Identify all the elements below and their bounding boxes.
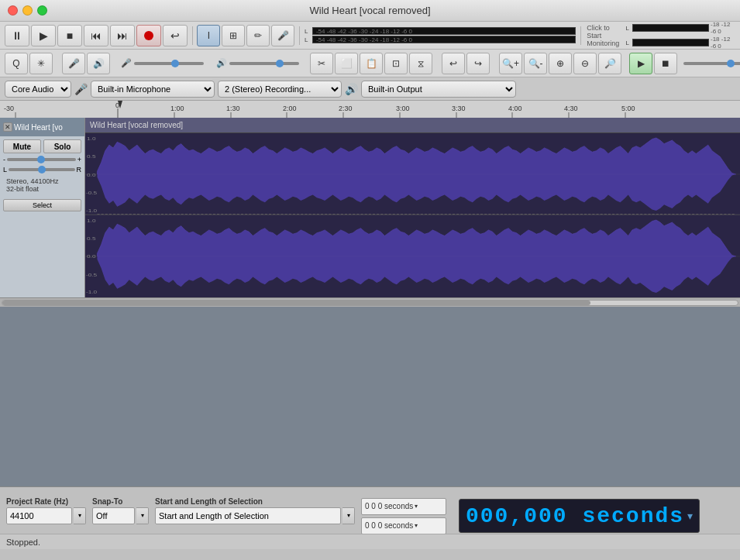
vu-output-l[interactable] bbox=[632, 24, 709, 32]
window-controls bbox=[8, 5, 47, 15]
select-button[interactable]: Select bbox=[3, 199, 81, 211]
loop-button[interactable]: ↩ bbox=[163, 25, 188, 46]
gain-minus-label: - bbox=[3, 156, 5, 163]
mute-button[interactable]: Mute bbox=[3, 139, 41, 153]
gain-slider[interactable] bbox=[7, 158, 76, 161]
vu-section: L -54 -48 -42 -36 -30 -24 -18 -12 -6 0 L… bbox=[303, 27, 577, 43]
pan-r-label: R bbox=[77, 166, 82, 173]
track-info-line2: 32-bit float bbox=[6, 185, 78, 193]
svg-text:0.5: 0.5 bbox=[87, 153, 95, 160]
project-rate-dropdown[interactable]: ▾ bbox=[74, 507, 86, 524]
playback2-button[interactable]: ⏹ bbox=[654, 53, 677, 74]
solo-button[interactable]: Solo bbox=[43, 139, 81, 153]
close-button[interactable] bbox=[8, 5, 18, 15]
svg-text:0.0: 0.0 bbox=[87, 253, 95, 259]
project-rate-field: Project Rate (Hz) 44100 ▾ bbox=[6, 497, 86, 524]
output-vol-slider[interactable] bbox=[229, 62, 299, 65]
svg-text:5:00: 5:00 bbox=[621, 105, 635, 112]
waveform-container: Wild Heart [vocal removed] bbox=[85, 118, 740, 297]
device-row: Core Audio 🎤 Built-in Microphone 2 (Ster… bbox=[0, 77, 740, 101]
vu-meter-input-l[interactable]: -54 -48 -42 -36 -30 -24 -18 -12 -6 0 bbox=[312, 27, 576, 35]
copy-button[interactable]: ⬜ bbox=[335, 53, 358, 74]
zoom-out-button[interactable]: ✳ bbox=[29, 53, 53, 74]
svg-text:2:00: 2:00 bbox=[283, 105, 297, 112]
paste-button[interactable]: 📋 bbox=[360, 53, 383, 74]
svg-text:3:30: 3:30 bbox=[452, 105, 466, 112]
pause-button[interactable]: ⏸ bbox=[5, 25, 29, 46]
mic-icon2: 🎤 bbox=[121, 58, 132, 68]
audio-host-select[interactable]: Core Audio bbox=[5, 81, 71, 98]
skip-back-button[interactable]: ⏮ bbox=[84, 25, 108, 46]
skip-fwd-button[interactable]: ⏭ bbox=[110, 25, 135, 46]
pan-slider[interactable] bbox=[9, 168, 74, 171]
svg-text:1:00: 1:00 bbox=[170, 105, 184, 112]
mic-tool-button[interactable]: 🎤 bbox=[271, 25, 294, 46]
selection-start-input[interactable]: 0 0 0 seconds ▾ bbox=[361, 498, 446, 515]
track-close-button[interactable]: ✕ bbox=[3, 122, 12, 132]
zoom-in2-button[interactable]: 🔍+ bbox=[499, 53, 522, 74]
channels-select[interactable]: 2 (Stereo) Recording... bbox=[218, 81, 342, 98]
draw-tool-button[interactable]: ✏ bbox=[246, 25, 270, 46]
time-display-wrapper: 000,000 seconds ▾ bbox=[459, 499, 700, 533]
zoom-sel-button[interactable]: 🔎 bbox=[598, 53, 621, 74]
project-rate-select-row: 44100 ▾ bbox=[6, 507, 86, 524]
scrollbar-thumb[interactable] bbox=[2, 301, 590, 305]
playback-vol-slider[interactable] bbox=[683, 62, 740, 65]
mic-icon3[interactable]: 🎤 bbox=[74, 83, 88, 95]
output-device-select[interactable]: Built-in Output bbox=[361, 81, 516, 98]
snap-to-dropdown[interactable]: ▾ bbox=[136, 507, 149, 524]
selection-length-input[interactable]: 0 0 0 seconds ▾ bbox=[361, 517, 446, 534]
vu-scale-labels2: -54 -48 -42 -36 -30 -24 -18 -12 -6 0 bbox=[316, 36, 412, 43]
snap-to-value: Off bbox=[92, 507, 135, 524]
select-tool-button[interactable]: I bbox=[197, 25, 220, 46]
click-to-monitor[interactable]: Click to Start Monitoring bbox=[583, 24, 622, 47]
timeline-ruler[interactable]: -30 0 1:00 1:30 2:00 2:30 3:00 3:30 4:00… bbox=[0, 101, 740, 118]
length-dropdown-arrow[interactable]: ▾ bbox=[415, 522, 418, 529]
toolbar-row1: ⏸ ▶ ■ ⏮ ⏭ ↩ I ⊞ ✏ 🎤 L -54 -48 -42 -36 -3… bbox=[0, 22, 740, 50]
output-vol-section: 🔊 bbox=[213, 58, 302, 68]
play-button[interactable]: ▶ bbox=[31, 25, 56, 46]
silence-button[interactable]: ⧖ bbox=[409, 53, 432, 74]
input-monitor-button[interactable]: 🎤 bbox=[62, 53, 85, 74]
horizontal-scrollbar[interactable] bbox=[0, 297, 740, 307]
input-gain-slider[interactable] bbox=[134, 62, 204, 65]
undo-button[interactable]: ↩ bbox=[442, 53, 465, 74]
vu-meter-input-r[interactable]: -54 -48 -42 -36 -30 -24 -18 -12 -6 0 bbox=[312, 36, 576, 43]
multi-tool-button[interactable]: ⊞ bbox=[222, 25, 245, 46]
track-info: Stereo, 44100Hz 32-bit float bbox=[3, 176, 81, 194]
selection-type-dropdown[interactable]: ▾ bbox=[342, 507, 355, 524]
vu-output-r[interactable] bbox=[632, 39, 709, 46]
time-display-arrow[interactable]: ▾ bbox=[687, 510, 693, 522]
zoom-in-button[interactable]: Q bbox=[5, 53, 28, 74]
speaker-icon2[interactable]: 🔊 bbox=[345, 83, 358, 95]
record-button[interactable] bbox=[136, 25, 161, 46]
minimize-button[interactable] bbox=[22, 5, 33, 15]
project-rate-label: Project Rate (Hz) bbox=[6, 497, 86, 506]
svg-text:0.0: 0.0 bbox=[87, 172, 95, 178]
waveform-canvas[interactable]: 1.0 0.5 0.0 -0.5 -1.0 1.0 0.5 0.0 -0.5 -… bbox=[85, 133, 740, 297]
redo-button[interactable]: ↪ bbox=[466, 53, 490, 74]
start-dropdown-arrow[interactable]: ▾ bbox=[415, 503, 418, 510]
input-device-select[interactable]: Built-in Microphone bbox=[91, 81, 215, 98]
maximize-button[interactable] bbox=[37, 5, 47, 15]
zoom-reset-button[interactable]: ⊖ bbox=[573, 53, 597, 74]
trim-button[interactable]: ⊡ bbox=[384, 53, 408, 74]
vu-output-section: L -18 -12 -6 0 L -18 -12 -6 0 bbox=[625, 22, 737, 50]
zoom-fit-button[interactable]: ⊕ bbox=[549, 53, 572, 74]
track-info-line1: Stereo, 44100Hz bbox=[6, 177, 78, 185]
svg-text:4:30: 4:30 bbox=[564, 105, 578, 112]
zoom-out2-button[interactable]: 🔍- bbox=[524, 53, 547, 74]
play-green-button[interactable]: ▶ bbox=[629, 53, 652, 74]
vu-out-row2: L -18 -12 -6 0 bbox=[625, 36, 737, 50]
cut-button[interactable]: ✂ bbox=[310, 53, 333, 74]
toolbar-row2: Q ✳ 🎤 🔊 🎤 🔊 ✂ ⬜ 📋 ⊡ ⧖ ↩ ↪ bbox=[0, 50, 740, 77]
tool-section: I ⊞ ✏ 🎤 bbox=[195, 25, 296, 46]
bottom-bar: Project Rate (Hz) 44100 ▾ Snap-To Off ▾ bbox=[0, 486, 740, 560]
empty-area bbox=[0, 307, 740, 486]
waveform-svg: 1.0 0.5 0.0 -0.5 -1.0 1.0 0.5 0.0 -0.5 -… bbox=[85, 133, 740, 297]
scrollbar-track[interactable] bbox=[2, 300, 738, 306]
speaker-button[interactable]: 🔊 bbox=[87, 53, 110, 74]
svg-text:3:00: 3:00 bbox=[396, 105, 410, 112]
vu-out-row1: L -18 -12 -6 0 bbox=[625, 22, 737, 35]
stop-button[interactable]: ■ bbox=[57, 25, 82, 46]
